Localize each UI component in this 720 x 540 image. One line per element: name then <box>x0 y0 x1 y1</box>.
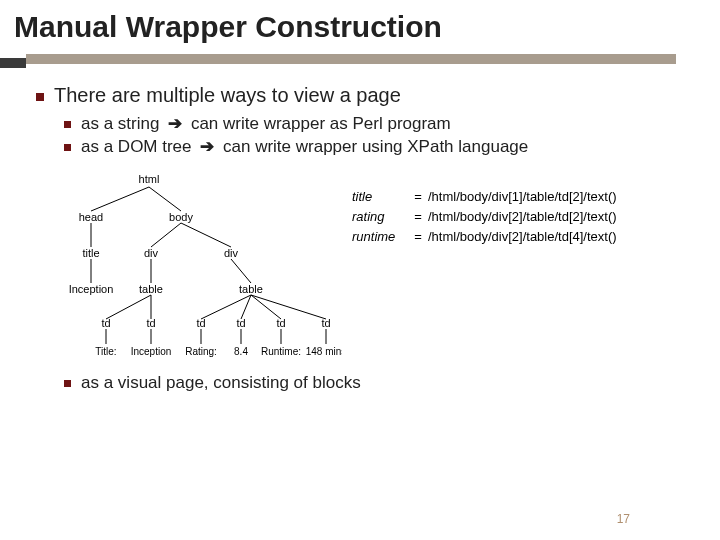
node-body: body <box>169 211 193 223</box>
node-td: td <box>321 317 330 329</box>
node-html: html <box>139 173 160 185</box>
bullet-icon <box>64 144 71 151</box>
bullet-sub-3: as a visual page, consisting of blocks <box>64 373 696 393</box>
bullet-icon <box>64 121 71 128</box>
leaf-84: 8.4 <box>234 346 248 357</box>
xpath-key: runtime <box>352 227 408 247</box>
table-row: rating = /html/body/div[2]/table/td[2]/t… <box>352 207 617 227</box>
bullet-icon <box>64 380 71 387</box>
svg-line-13 <box>251 295 326 319</box>
node-inception: Inception <box>69 283 114 295</box>
page-number: 17 <box>617 512 630 526</box>
node-div: div <box>224 247 239 259</box>
xpath-mappings: title = /html/body/div[1]/table/td[2]/te… <box>352 187 617 247</box>
leaf-inception: Inception <box>131 346 172 357</box>
xpath-value: /html/body/div[2]/table/td[4]/text() <box>428 227 617 247</box>
node-div: div <box>144 247 159 259</box>
bullet-text: as a string <box>81 114 159 133</box>
svg-line-3 <box>151 223 181 247</box>
bullet-text: can write wrapper using XPath language <box>223 137 528 156</box>
dom-tree-diagram: html head body title div div Inception t… <box>36 169 342 359</box>
svg-line-4 <box>181 223 231 247</box>
table-row: runtime = /html/body/div[2]/table/td[4]/… <box>352 227 617 247</box>
equals-icon: = <box>408 207 428 227</box>
leaf-rating: Rating: <box>185 346 217 357</box>
bullet-text: can write wrapper as Perl program <box>191 114 451 133</box>
bullet-text: There are multiple ways to view a page <box>54 84 401 106</box>
leaf-148: 148 mins <box>306 346 342 357</box>
node-td: td <box>146 317 155 329</box>
table-row: title = /html/body/div[1]/table/td[2]/te… <box>352 187 617 207</box>
leaf-title: Title: <box>95 346 116 357</box>
arrow-icon: ➔ <box>164 113 186 134</box>
node-table: table <box>139 283 163 295</box>
diagram-row: html head body title div div Inception t… <box>36 169 696 359</box>
node-td: td <box>236 317 245 329</box>
xpath-value: /html/body/div[1]/table/td[2]/text() <box>428 187 617 207</box>
node-td: td <box>276 317 285 329</box>
bullet-icon <box>36 93 44 101</box>
xpath-key: rating <box>352 207 408 227</box>
equals-icon: = <box>408 227 428 247</box>
slide-content: There are multiple ways to view a page a… <box>0 68 720 393</box>
node-title: title <box>82 247 99 259</box>
xpath-key: title <box>352 187 408 207</box>
svg-line-8 <box>106 295 151 319</box>
node-td: td <box>196 317 205 329</box>
node-td: td <box>101 317 110 329</box>
slide-title: Manual Wrapper Construction <box>0 0 720 50</box>
svg-line-10 <box>201 295 251 319</box>
node-table: table <box>239 283 263 295</box>
bullet-text: as a visual page, consisting of blocks <box>81 373 361 392</box>
bullet-text: as a DOM tree <box>81 137 192 156</box>
leaf-runtime: Runtime: <box>261 346 301 357</box>
svg-line-7 <box>231 259 251 283</box>
title-rule <box>0 54 720 68</box>
equals-icon: = <box>408 187 428 207</box>
bullet-main: There are multiple ways to view a page <box>36 84 696 107</box>
arrow-icon: ➔ <box>196 136 218 157</box>
node-head: head <box>79 211 103 223</box>
svg-line-1 <box>149 187 181 211</box>
bullet-sub-2: as a DOM tree ➔ can write wrapper using … <box>64 136 696 157</box>
bullet-sub-1: as a string ➔ can write wrapper as Perl … <box>64 113 696 134</box>
svg-line-0 <box>91 187 149 211</box>
svg-line-12 <box>251 295 281 319</box>
xpath-value: /html/body/div[2]/table/td[2]/text() <box>428 207 617 227</box>
